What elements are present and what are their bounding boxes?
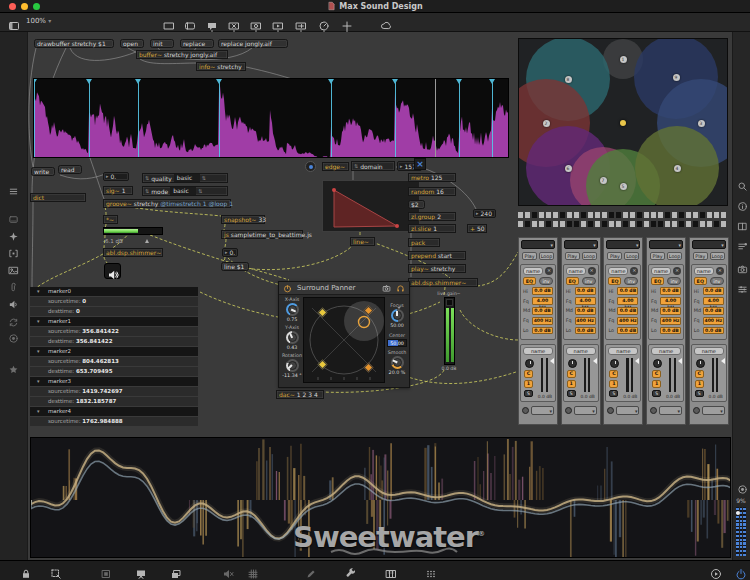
new-button-icon[interactable] — [250, 17, 262, 29]
marker-row-header[interactable]: marker2 — [30, 347, 198, 356]
grid-cell[interactable] — [637, 221, 642, 227]
eq-value[interactable]: 4.00 kH — [703, 297, 724, 305]
new-playbar-icon[interactable] — [272, 17, 284, 29]
grid-cell[interactable] — [546, 212, 551, 218]
channel-file-menu[interactable]: ▾ — [692, 240, 726, 249]
pan-knob[interactable] — [653, 359, 662, 368]
pan-knob[interactable] — [568, 359, 577, 368]
message-write[interactable]: write — [31, 167, 55, 176]
channel-file-menu[interactable]: ▾ — [606, 240, 640, 249]
eq-value[interactable]: 0.0 dB — [703, 287, 724, 295]
playhead[interactable] — [435, 79, 436, 157]
waveform-display[interactable] — [33, 78, 509, 158]
fader-handle[interactable] — [635, 358, 639, 364]
message-replace[interactable]: replace — [180, 39, 214, 48]
grid-cell[interactable] — [553, 221, 558, 227]
close-icon[interactable]: × — [630, 267, 638, 275]
new-comment-icon[interactable] — [206, 17, 218, 29]
object-js[interactable]: jssampletime_to_beattime.js — [221, 230, 303, 239]
grid-cell[interactable] — [658, 212, 663, 218]
eq-toggle[interactable]: EQ — [566, 277, 579, 285]
grid-cell[interactable] — [721, 212, 726, 218]
waveform-marker[interactable] — [138, 79, 139, 157]
waveform-marker[interactable] — [331, 79, 332, 157]
new-message-icon[interactable] — [184, 17, 196, 29]
pan-knob[interactable] — [525, 359, 534, 368]
node-handle[interactable]: 1 — [620, 56, 627, 63]
eq-value[interactable]: 0.0 dB — [660, 287, 681, 295]
attrui-domain[interactable]: ⇅domain — [351, 161, 395, 171]
eq-toggle[interactable]: EQ — [523, 277, 536, 285]
parameters-icon[interactable] — [737, 280, 748, 291]
matrix-icon[interactable] — [425, 565, 437, 577]
pen-icon[interactable] — [305, 565, 317, 577]
info-icon[interactable] — [737, 197, 748, 208]
eq-value[interactable]: 4.00 kH — [532, 297, 553, 305]
nodes-panel[interactable]: 189236754 — [518, 38, 728, 206]
grid-cell[interactable] — [672, 221, 677, 227]
loop-button[interactable]: Loop — [582, 252, 597, 260]
message-open[interactable]: open — [120, 39, 144, 48]
new-object-icon[interactable] — [163, 17, 175, 29]
play-button[interactable]: Play — [650, 252, 665, 260]
eq-value[interactable]: 400 Hz — [575, 317, 596, 325]
name-button[interactable]: name — [608, 267, 628, 275]
object-sig[interactable]: sig~1 — [103, 186, 133, 195]
presentation-icon[interactable] — [135, 565, 147, 577]
message-s2[interactable]: $2 — [408, 200, 425, 209]
invert-button[interactable]: inv — [624, 277, 638, 285]
sync-icon[interactable] — [8, 313, 19, 324]
grid-snap-icon[interactable] — [247, 565, 259, 577]
function-editor[interactable] — [322, 180, 420, 232]
object-pack[interactable]: pack — [408, 238, 440, 247]
snapshot-camera-icon[interactable] — [737, 260, 748, 271]
new-toggle-icon[interactable] — [228, 17, 240, 29]
grid-cell[interactable] — [539, 212, 544, 218]
grid-cell[interactable] — [595, 221, 600, 227]
output-menu[interactable]: ▾ — [616, 406, 639, 415]
channel-number-button[interactable]: 1 — [695, 380, 704, 388]
waveform-marker[interactable] — [219, 79, 220, 157]
region-icon[interactable] — [100, 565, 112, 577]
search-icon[interactable] — [737, 177, 748, 188]
close-icon[interactable]: × — [545, 267, 553, 275]
eq-value[interactable]: 400 Hz — [660, 317, 681, 325]
loop-button[interactable]: Loop — [539, 252, 554, 260]
grid-cell[interactable] — [595, 212, 600, 218]
marker-row-header[interactable]: marker1 — [30, 317, 198, 326]
grid-cell[interactable] — [630, 212, 635, 218]
object-random[interactable]: random16 — [408, 187, 456, 196]
piano-icon[interactable] — [385, 565, 397, 577]
message-init[interactable]: init — [150, 39, 174, 48]
grid-cell[interactable] — [574, 212, 579, 218]
eq-value[interactable]: 400 Hz — [532, 317, 553, 325]
grid-cell[interactable] — [707, 212, 712, 218]
channel-file-menu[interactable]: ▾ — [564, 240, 598, 249]
eq-value[interactable]: 4.00 kH — [617, 297, 638, 305]
eq-value[interactable]: 400 Hz — [617, 317, 638, 325]
play-button[interactable]: Play — [565, 252, 580, 260]
media-icon[interactable] — [8, 261, 19, 272]
grid-cell[interactable] — [525, 212, 530, 218]
close-icon[interactable]: × — [716, 267, 724, 275]
grid-cell[interactable] — [686, 221, 691, 227]
cue-button[interactable]: C — [567, 370, 576, 378]
grid-cell[interactable] — [693, 221, 698, 227]
eq-value[interactable]: 0.0 dB — [703, 327, 724, 335]
object-metro[interactable]: metro125 — [408, 173, 456, 182]
grid-cell[interactable] — [637, 212, 642, 218]
zoom-control[interactable]: 100% ▾ — [26, 17, 51, 25]
marker-row-header[interactable]: marker4 — [30, 407, 198, 416]
grid-cell[interactable] — [560, 221, 565, 227]
output-knob[interactable] — [522, 407, 529, 414]
grid-cell[interactable] — [700, 221, 705, 227]
volume-fader[interactable] — [583, 358, 593, 392]
grid-cell[interactable] — [693, 212, 698, 218]
run-icon[interactable] — [710, 565, 722, 577]
grid-cell[interactable] — [679, 221, 684, 227]
grid-cell[interactable] — [588, 221, 593, 227]
object-buffer[interactable]: buffer~stretchy jongly.aif — [136, 50, 228, 59]
grid-cell[interactable] — [686, 212, 691, 218]
invert-button[interactable]: inv — [582, 277, 596, 285]
cloud-browser-icon[interactable] — [380, 17, 392, 29]
